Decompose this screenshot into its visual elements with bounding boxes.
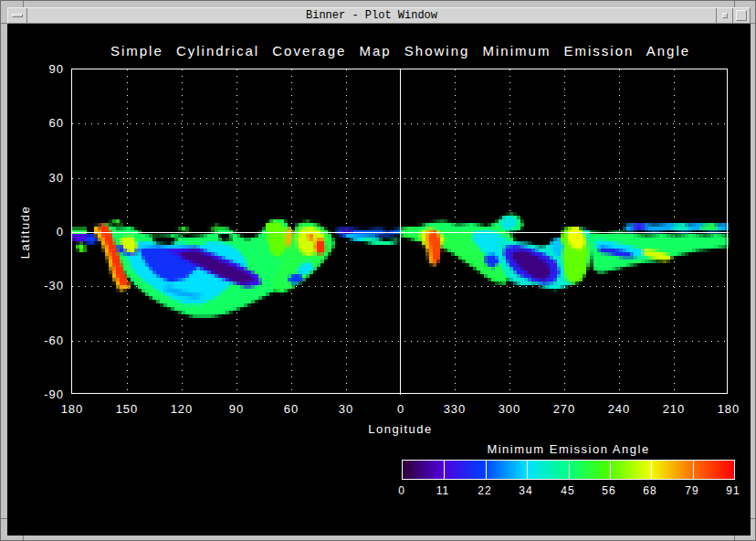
plot-frame <box>71 69 728 394</box>
y-tick-label: 90 <box>20 62 64 77</box>
colorbar-tick-label: 11 <box>425 483 461 498</box>
y-tick-label: 60 <box>20 116 64 131</box>
colorbar-tick-label: 45 <box>550 483 586 498</box>
window-menu-icon <box>12 14 23 17</box>
y-tick-label: -60 <box>20 334 64 348</box>
colorbar-separator <box>569 461 570 479</box>
titlebar[interactable]: Binner - Plot Window <box>7 7 751 24</box>
y-tick-label: -90 <box>20 387 64 402</box>
x-tick-label: 150 <box>100 402 154 417</box>
plot-window-content: Simple Cylindrical Coverage Map Showing … <box>7 24 751 536</box>
colorbar-tick-label: 68 <box>632 483 668 498</box>
colorbar-tick-label: 0 <box>383 483 420 498</box>
x-tick-label: 210 <box>646 402 701 417</box>
plot-title: Simple Cylindrical Coverage Map Showing … <box>72 43 729 58</box>
minimize-button[interactable] <box>716 8 732 23</box>
maximize-icon <box>736 10 747 21</box>
colorbar-separator <box>527 461 528 479</box>
window-title: Binner - Plot Window <box>30 8 713 23</box>
x-tick-label: 180 <box>701 402 751 417</box>
y-tick-label: 30 <box>20 171 64 186</box>
colorbar-title: Minimum Emission Angle <box>402 442 735 456</box>
minimize-icon <box>722 13 728 18</box>
y-tick-label: -30 <box>20 279 64 293</box>
colorbar-tick-label: 91 <box>715 483 751 498</box>
y-tick-label: 0 <box>20 225 64 239</box>
frame-joint <box>1 23 7 24</box>
x-tick-label: 90 <box>209 402 264 417</box>
maximize-button[interactable] <box>732 8 750 23</box>
x-tick-label: 240 <box>592 402 646 417</box>
frame-joint <box>1 518 7 519</box>
colorbar-separator <box>651 461 652 479</box>
x-tick-label: 330 <box>427 402 482 417</box>
colorbar-separator <box>610 461 611 479</box>
colorbar <box>402 460 735 480</box>
colorbar-separator <box>444 461 445 479</box>
colorbar-tick-label: 22 <box>467 483 503 498</box>
x-tick-label: 300 <box>482 402 537 417</box>
colorbar-separator <box>693 461 694 479</box>
colorbar-tick-label: 34 <box>508 483 544 498</box>
x-tick-label: 120 <box>154 402 209 417</box>
x-tick-label: 0 <box>373 402 428 417</box>
colorbar-tick-label: 56 <box>591 483 627 498</box>
x-tick-label: 30 <box>319 402 373 417</box>
x-tick-label: 180 <box>45 402 100 417</box>
x-axis-label: Longitude <box>72 422 729 436</box>
window-menu-button[interactable] <box>8 8 27 23</box>
colorbar-separator <box>486 461 487 479</box>
window: Binner - Plot Window Simple Cylindrical … <box>0 0 756 541</box>
colorbar-tick-label: 79 <box>674 483 710 498</box>
x-tick-label: 60 <box>264 402 319 417</box>
x-tick-label: 270 <box>537 402 592 417</box>
